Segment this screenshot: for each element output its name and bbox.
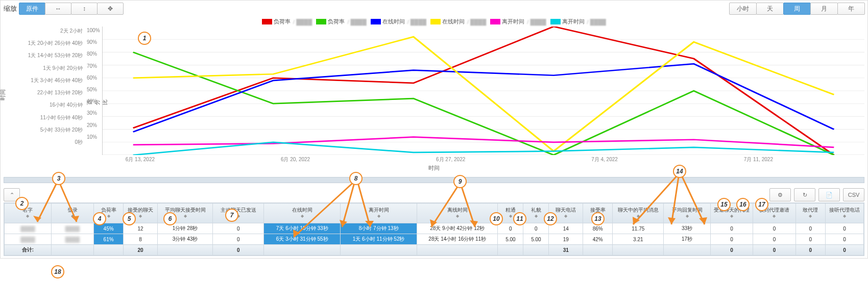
table-header-cell[interactable]: 主动聊天已发送◆ [213, 203, 264, 223]
table-cell: 0 [753, 234, 795, 245]
table-cell: 0 [825, 223, 863, 234]
annotation-1: 1 [138, 32, 151, 45]
zoom-buttons: 原件 ↔ ↕ ✥ [19, 3, 123, 15]
annotation-3: 3 [52, 172, 65, 185]
legend-item[interactable]: 负荷率/ ████ [262, 18, 312, 26]
range-hour-button[interactable]: 小时 [729, 3, 757, 15]
table-cell: 0 [213, 223, 264, 234]
table-cell: 0 [710, 234, 753, 245]
export-excel-button[interactable]: 📄 [818, 188, 840, 201]
table-cell: 61% [93, 234, 123, 245]
annotation-7: 7 [225, 209, 238, 222]
table-cell: 42% [583, 234, 613, 245]
export-csv-button[interactable]: CSV [843, 188, 864, 201]
table-cell [613, 245, 664, 256]
table-header-cell[interactable]: 接听代理电话◆ [825, 203, 863, 223]
annotation-6: 6 [163, 212, 177, 225]
table-cell: 0 [213, 234, 264, 245]
y-axis-left: 时间 2天 2小时 1天 20小时 26分钟 40秒 1天 14小时 53分钟 … [4, 27, 85, 155]
range-week-button[interactable]: 周 [783, 3, 811, 15]
table-cell: 8 [124, 234, 158, 245]
annotation-10: 10 [490, 212, 503, 225]
legend-swatch [371, 19, 381, 24]
splitter-bar[interactable] [4, 177, 864, 183]
refresh-button[interactable]: ↻ [794, 188, 815, 201]
table-cell: 28天 14小时 16分钟 11秒 [417, 234, 498, 245]
table-cell: 17秒 [664, 234, 711, 245]
y-axis-right: 百分比 100% 90% 80% 70% 60% 50% 40% 30% 20%… [85, 27, 102, 155]
annotation-8: 8 [349, 172, 363, 185]
excel-icon: 📄 [826, 192, 833, 198]
table-cell [583, 245, 613, 256]
table-cell [523, 245, 549, 256]
svg-marker-19 [699, 217, 707, 224]
range-day-button[interactable]: 天 [756, 3, 784, 15]
legend-item[interactable]: 离开时间/ ████ [490, 18, 546, 26]
table-cell [664, 245, 711, 256]
svg-marker-13 [340, 220, 347, 227]
zoom-horizontal-button[interactable]: ↔ [45, 3, 71, 15]
table-cell: 1分钟 28秒 [157, 223, 212, 234]
chevron-up-icon: ⌃ [10, 192, 14, 198]
table-cell: 0 [825, 234, 863, 245]
table-cell: 31 [549, 245, 583, 256]
annotation-14: 14 [673, 165, 686, 178]
table-cell [341, 245, 417, 256]
table-cell: 合计: [5, 245, 52, 256]
table-row[interactable]: ████████61%83分钟 43秒06天 3小时 31分钟 55秒1天 6小… [5, 234, 864, 245]
legend-swatch [550, 19, 561, 24]
table-cell [498, 245, 523, 256]
table-cell: 0 [753, 223, 795, 234]
table-cell: 0 [795, 245, 825, 256]
settings-button[interactable]: ⚙ [769, 188, 791, 201]
x-axis-ticks: 6月 13, 2022 6月 20, 2022 6月 27, 2022 7月 4… [103, 156, 864, 163]
chart-area: 时间 2天 2小时 1天 20小时 26分钟 40秒 1天 14小时 53分钟 … [4, 27, 864, 155]
table-cell: 19 [549, 234, 583, 245]
zoom-pan-button[interactable]: ✥ [97, 3, 124, 15]
table-cell: 5.00 [523, 234, 549, 245]
csv-icon: CSV [848, 192, 860, 198]
table-cell: 0 [523, 223, 549, 234]
annotation-4: 4 [93, 212, 106, 225]
chart-legend: 负荷率/ ████ 负荷率/ ████ 在线时间/ ████ 在线时间/ ███… [4, 18, 864, 26]
zoom-label: 缩放 [4, 4, 17, 13]
annotation-16: 16 [736, 198, 750, 211]
legend-swatch [316, 19, 326, 24]
x-axis-title: 时间 [4, 164, 864, 172]
table-cell: 0 [753, 245, 795, 256]
annotation-15: 15 [717, 198, 731, 211]
annotation-12: 12 [544, 212, 557, 225]
svg-marker-12 [293, 230, 300, 237]
zoom-vertical-button[interactable]: ↕ [71, 3, 98, 15]
range-year-button[interactable]: 年 [837, 3, 865, 15]
table-cell: 3.21 [613, 234, 664, 245]
legend-swatch [490, 19, 500, 24]
svg-marker-11 [71, 216, 79, 222]
table-cell: 0 [795, 223, 825, 234]
table-cell: ████ [5, 234, 52, 245]
table-header-cell[interactable]: 敢代理◆ [795, 203, 825, 223]
table-cell [264, 245, 341, 256]
range-buttons: 小时 天 周 月 年 [729, 3, 864, 15]
legend-swatch [262, 19, 272, 24]
legend-item[interactable]: 在线时间/ ████ [430, 18, 486, 26]
annotation-13: 13 [591, 212, 605, 225]
table-cell: 14 [549, 223, 583, 234]
plot-area[interactable]: 6月 13, 2022 6月 20, 2022 6月 27, 2022 7月 4… [102, 27, 864, 155]
legend-item[interactable]: 负荷率/ ████ [316, 18, 366, 26]
zoom-original-button[interactable]: 原件 [19, 3, 45, 15]
svg-marker-18 [668, 217, 676, 224]
table-cell [93, 245, 123, 256]
table-cell [51, 245, 93, 256]
annotation-17: 17 [755, 198, 768, 211]
refresh-icon: ↻ [803, 192, 807, 198]
chart-toolbar: 缩放 原件 ↔ ↕ ✥ 小时 天 周 月 年 [4, 3, 864, 15]
legend-item[interactable]: 离开时间/ ████ [550, 18, 606, 26]
legend-item[interactable]: 在线时间/ ████ [371, 18, 426, 26]
annotation-5: 5 [123, 212, 136, 225]
range-month-button[interactable]: 月 [810, 3, 838, 15]
table-cell: 0 [795, 234, 825, 245]
annotation-11: 11 [513, 212, 526, 225]
annotation-9: 9 [453, 175, 467, 188]
table-cell [417, 245, 498, 256]
